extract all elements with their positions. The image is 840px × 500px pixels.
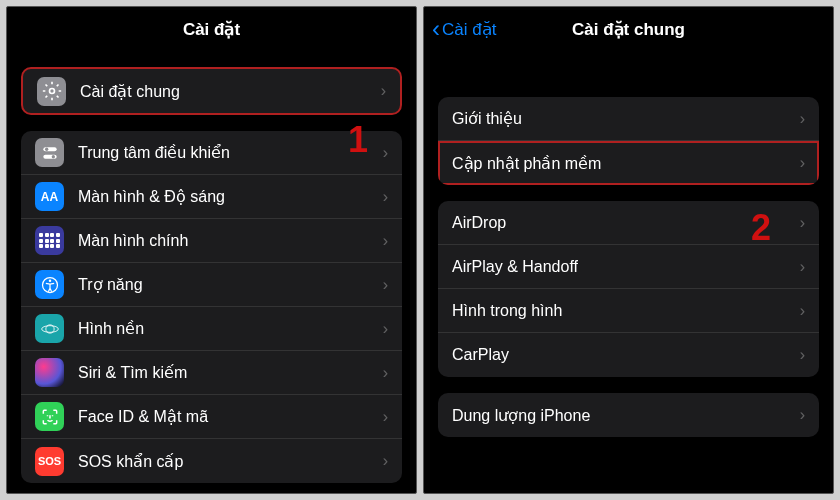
chevron-right-icon: › xyxy=(383,452,388,470)
settings-row-accessibility[interactable]: Trợ năng › xyxy=(21,263,402,307)
settings-row-pip[interactable]: Hình trong hình › xyxy=(438,289,819,333)
phone-general-screen: ‹ Cài đặt Cài đặt chung Giới thiệu › Cập… xyxy=(423,6,834,494)
chevron-right-icon: › xyxy=(800,214,805,232)
page-title: Cài đặt xyxy=(183,19,240,40)
row-label: Cập nhật phần mềm xyxy=(452,154,800,173)
svg-point-8 xyxy=(41,325,58,332)
row-label: Giới thiệu xyxy=(452,109,800,128)
row-label: Cài đặt chung xyxy=(80,82,381,101)
chevron-right-icon: › xyxy=(800,302,805,320)
settings-row-iphone-storage[interactable]: Dung lượng iPhone › xyxy=(438,393,819,437)
row-label: Siri & Tìm kiếm xyxy=(78,363,383,382)
chevron-right-icon: › xyxy=(381,82,386,100)
settings-group: Giới thiệu › Cập nhật phần mềm › xyxy=(438,97,819,185)
settings-row-about[interactable]: Giới thiệu › xyxy=(438,97,819,141)
chevron-right-icon: › xyxy=(383,232,388,250)
row-label: Hình nền xyxy=(78,319,383,338)
settings-row-siri[interactable]: Siri & Tìm kiếm › xyxy=(21,351,402,395)
siri-icon xyxy=(35,358,64,387)
row-label: Trợ năng xyxy=(78,275,383,294)
settings-group: Trung tâm điều khiển › AA Màn hình & Độ … xyxy=(21,131,402,483)
settings-group: Cài đặt chung › xyxy=(21,67,402,115)
chevron-right-icon: › xyxy=(383,276,388,294)
display-icon: AA xyxy=(35,182,64,211)
settings-row-faceid[interactable]: Face ID & Mật mã › xyxy=(21,395,402,439)
svg-point-4 xyxy=(51,155,54,158)
settings-row-home-screen[interactable]: Màn hình chính › xyxy=(21,219,402,263)
chevron-right-icon: › xyxy=(800,406,805,424)
settings-row-software-update[interactable]: Cập nhật phần mềm › xyxy=(438,141,819,185)
chevron-right-icon: › xyxy=(383,320,388,338)
settings-row-general[interactable]: Cài đặt chung › xyxy=(23,69,400,113)
chevron-right-icon: › xyxy=(383,408,388,426)
nav-header: ‹ Cài đặt Cài đặt chung xyxy=(424,7,833,51)
row-label: Trung tâm điều khiển xyxy=(78,143,383,162)
accessibility-icon xyxy=(35,270,64,299)
chevron-right-icon: › xyxy=(800,110,805,128)
nav-header: Cài đặt xyxy=(7,7,416,51)
row-label: Màn hình & Độ sáng xyxy=(78,187,383,206)
settings-row-sos[interactable]: SOS SOS khẩn cấp › xyxy=(21,439,402,483)
svg-point-0 xyxy=(49,89,54,94)
svg-point-3 xyxy=(45,147,48,150)
phone-settings-screen: Cài đặt Cài đặt chung › Trung tâm điều k… xyxy=(6,6,417,494)
row-label: AirPlay & Handoff xyxy=(452,258,800,276)
general-list: Giới thiệu › Cập nhật phần mềm › AirDrop… xyxy=(424,51,833,437)
svg-point-6 xyxy=(48,279,51,282)
chevron-right-icon: › xyxy=(800,154,805,172)
chevron-right-icon: › xyxy=(383,364,388,382)
gear-icon xyxy=(37,77,66,106)
chevron-left-icon: ‹ xyxy=(432,17,440,41)
faceid-icon xyxy=(35,402,64,431)
chevron-right-icon: › xyxy=(383,144,388,162)
wallpaper-icon xyxy=(35,314,64,343)
settings-group: Dung lượng iPhone › xyxy=(438,393,819,437)
settings-row-wallpaper[interactable]: Hình nền › xyxy=(21,307,402,351)
row-label: Face ID & Mật mã xyxy=(78,407,383,426)
row-label: CarPlay xyxy=(452,346,800,364)
sos-icon: SOS xyxy=(35,447,64,476)
home-icon xyxy=(35,226,64,255)
back-label: Cài đặt xyxy=(442,19,496,40)
chevron-right-icon: › xyxy=(800,346,805,364)
row-label: AirDrop xyxy=(452,214,800,232)
row-label: SOS khẩn cấp xyxy=(78,452,383,471)
settings-row-display[interactable]: AA Màn hình & Độ sáng › xyxy=(21,175,402,219)
settings-row-airplay[interactable]: AirPlay & Handoff › xyxy=(438,245,819,289)
row-label: Hình trong hình xyxy=(452,302,800,320)
switches-icon xyxy=(35,138,64,167)
chevron-right-icon: › xyxy=(800,258,805,276)
annotation-step-2: 2 xyxy=(751,207,771,249)
row-label: Dung lượng iPhone xyxy=(452,406,800,425)
tutorial-screenshot: Cài đặt Cài đặt chung › Trung tâm điều k… xyxy=(0,0,840,500)
back-button[interactable]: ‹ Cài đặt xyxy=(432,17,496,41)
settings-row-control-center[interactable]: Trung tâm điều khiển › xyxy=(21,131,402,175)
annotation-step-1: 1 xyxy=(348,119,368,161)
chevron-right-icon: › xyxy=(383,188,388,206)
settings-row-carplay[interactable]: CarPlay › xyxy=(438,333,819,377)
page-title: Cài đặt chung xyxy=(572,19,685,40)
row-label: Màn hình chính xyxy=(78,232,383,250)
